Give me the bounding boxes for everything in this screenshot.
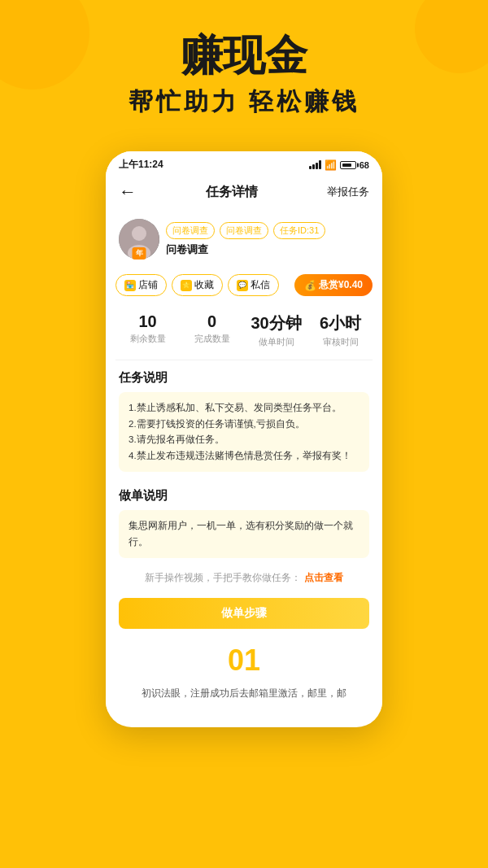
stats-row: 10 剩余数量 0 完成数量 30分钟 做单时间 6小时 审核时间 (115, 304, 373, 360)
nav-bar: ← 任务详情 举报任务 (106, 175, 382, 212)
task-desc-box: 集思网新用户，一机一单，选有积分奖励的做一个就行。 (119, 510, 369, 557)
task-desc-section: 做单说明 集思网新用户，一机一单，选有积分奖励的做一个就行。 (106, 478, 382, 564)
reward-icon: 💰 (304, 280, 316, 291)
step-number-section: 01 (106, 635, 382, 681)
battery-level: 68 (359, 160, 369, 170)
task-notice-box: 1.禁止诱感私加、私下交易、发同类型任务平台。 2.需要打钱投资的任务请谨慎,亏… (119, 392, 369, 472)
tags-row: 问卷调查 问卷调查 任务ID:31 (166, 222, 325, 239)
stat-completed-label: 完成数量 (180, 333, 244, 345)
stat-time-value: 30分钟 (244, 312, 308, 334)
stat-remaining-label: 剩余数量 (115, 333, 180, 345)
collect-button[interactable]: ⭐ 收藏 (172, 274, 223, 296)
step-number: 01 (119, 643, 369, 678)
stat-review: 6小时 审核时间 (308, 312, 373, 348)
status-time: 上午11:24 (119, 158, 163, 172)
header-section: 赚现金 帮忙助力 轻松赚钱 (0, 0, 488, 135)
stat-completed: 0 完成数量 (180, 312, 244, 348)
tag-task-id: 任务ID:31 (273, 222, 325, 239)
task-notice-section: 任务说明 1.禁止诱感私加、私下交易、发同类型任务平台。 2.需要打钱投资的任务… (106, 360, 382, 478)
store-icon: 🏪 (124, 280, 136, 291)
notice-item-3: 3.请先报名再做任务。 (129, 432, 359, 448)
video-hint-text: 新手操作视频，手把手教你做任务： (145, 572, 301, 583)
stat-review-value: 6小时 (308, 312, 373, 334)
back-button[interactable]: ← (119, 181, 137, 203)
avatar: 年 (119, 219, 159, 260)
phone-mockup: 上午11:24 📶 68 ← 任务详情 举报任务 (106, 151, 382, 727)
video-hint: 新手操作视频，手把手教你做任务： 点击查看 (106, 565, 382, 591)
action-bar: 🏪 店铺 ⭐ 收藏 💬 私信 💰 悬赏¥0.40 (106, 269, 382, 304)
stat-remaining: 10 剩余数量 (115, 312, 180, 348)
stat-review-label: 审核时间 (308, 336, 373, 348)
stat-time: 30分钟 做单时间 (244, 312, 308, 348)
notice-item-1: 1.禁止诱感私加、私下交易、发同类型任务平台。 (129, 400, 359, 417)
notice-item-4: 4.禁止发布违规违法赌博色情悬赏任务，举报有奖！ (129, 448, 359, 465)
profile-section: 年 问卷调查 问卷调查 任务ID:31 问卷调查 (106, 212, 382, 269)
sub-title: 帮忙助力 轻松赚钱 (16, 85, 472, 119)
tag-survey1: 问卷调查 (166, 222, 215, 239)
message-button[interactable]: 💬 私信 (228, 274, 279, 296)
store-button[interactable]: 🏪 店铺 (115, 274, 167, 296)
task-name: 问卷调查 (166, 242, 325, 257)
signal-icon (309, 160, 321, 169)
notice-item-2: 2.需要打钱投资的任务请谨慎,亏损自负。 (129, 417, 359, 433)
task-desc-content: 集思网新用户，一机一单，选有积分奖励的做一个就行。 (129, 520, 353, 547)
message-icon: 💬 (237, 280, 248, 291)
main-title: 赚现金 (16, 33, 472, 79)
task-notice-title: 任务说明 (119, 370, 369, 386)
status-bar: 上午11:24 📶 68 (106, 151, 382, 175)
battery-icon (340, 161, 356, 169)
stat-remaining-value: 10 (115, 312, 180, 331)
wifi-icon: 📶 (325, 159, 337, 171)
reward-button[interactable]: 💰 悬赏¥0.40 (294, 274, 373, 296)
tags-wrap: 问卷调查 问卷调查 任务ID:31 问卷调查 (166, 222, 325, 257)
tag-survey2: 问卷调查 (220, 222, 268, 239)
video-link[interactable]: 点击查看 (304, 572, 343, 583)
page-title: 任务详情 (206, 184, 258, 201)
stat-completed-value: 0 (180, 312, 244, 331)
avatar-badge: 年 (133, 247, 146, 260)
stat-time-label: 做单时间 (244, 336, 308, 348)
steps-button[interactable]: 做单步骤 (119, 598, 369, 629)
status-icons: 📶 68 (309, 159, 369, 171)
report-button[interactable]: 举报任务 (327, 185, 369, 199)
svg-point-1 (132, 226, 146, 241)
task-desc-title: 做单说明 (119, 488, 369, 504)
step-content: 初识法眼，注册成功后去邮箱里激活，邮里，邮 (106, 681, 382, 711)
collect-icon: ⭐ (181, 280, 192, 291)
